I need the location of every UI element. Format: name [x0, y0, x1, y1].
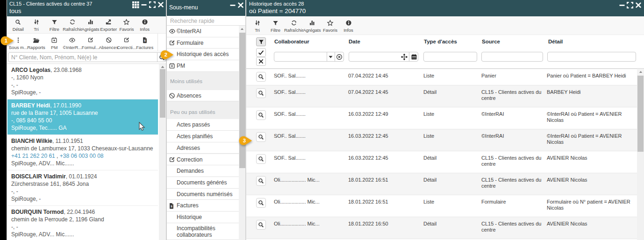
svg-text:$: $ [171, 204, 172, 207]
svg-text:2: 2 [164, 52, 167, 58]
svg-text:3: 3 [243, 138, 246, 143]
svg-text:1: 1 [4, 38, 7, 43]
svg-text:$: $ [144, 39, 146, 42]
